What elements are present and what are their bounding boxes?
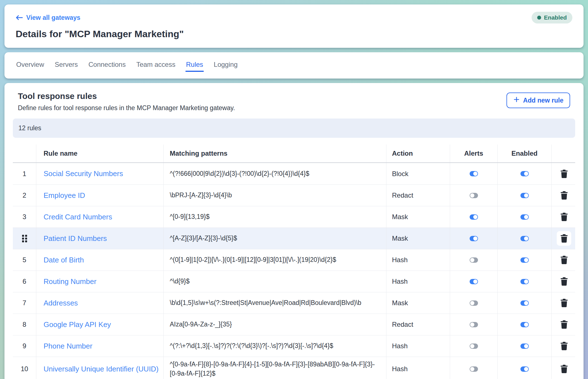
enabled-toggle[interactable] — [520, 366, 529, 372]
trash-icon — [560, 234, 568, 243]
rule-name-link[interactable]: Google Play API Key — [44, 320, 111, 329]
add-new-rule-button[interactable]: Add new rule — [506, 93, 570, 108]
delete-rule-button[interactable] — [557, 274, 571, 289]
tab-team-access[interactable]: Team access — [136, 61, 176, 70]
column-header-index — [13, 145, 36, 162]
delete-rule-button[interactable] — [557, 188, 571, 203]
delete-rule-button[interactable] — [557, 362, 571, 376]
alerts-toggle[interactable] — [470, 344, 478, 349]
column-header-alerts: Alerts — [450, 145, 498, 162]
rule-name-link[interactable]: Universally Unique Identifier (UUID) — [44, 365, 159, 373]
status-badge-label: Enabled — [544, 14, 567, 21]
row-index: 10 — [21, 365, 28, 373]
tab-logging[interactable]: Logging — [213, 61, 238, 70]
rule-pattern: ^(0[1-9]|1[0-2])[\/\-.](0[1-9]|[12][0-9]… — [164, 249, 386, 271]
enabled-toggle[interactable] — [520, 279, 529, 284]
row-index-cell: 2 — [13, 185, 36, 206]
rule-pattern: ^\d{9}$ — [164, 271, 386, 292]
tab-rules[interactable]: Rules — [185, 61, 204, 70]
alerts-toggle[interactable] — [470, 300, 478, 306]
back-link-label: View all gateways — [26, 14, 80, 22]
rule-name-link[interactable]: Routing Number — [44, 277, 96, 286]
row-index-cell: 1 — [13, 163, 36, 184]
tab-overview[interactable]: Overview — [16, 61, 45, 70]
rule-name-link[interactable]: Social Security Numbers — [44, 169, 123, 178]
column-header-matching-patterns: Matching patterns — [164, 145, 386, 162]
delete-rule-button[interactable] — [557, 339, 571, 353]
alerts-toggle[interactable] — [470, 193, 478, 198]
delete-rule-button[interactable] — [557, 231, 571, 246]
row-index-cell: 3 — [13, 206, 36, 228]
enabled-toggle[interactable] — [520, 257, 529, 263]
row-index-cell: 5 — [13, 249, 36, 271]
rule-action: Redact — [386, 185, 450, 206]
enabled-toggle[interactable] — [520, 214, 529, 220]
delete-rule-button[interactable] — [557, 317, 571, 332]
rule-action: Mask — [386, 228, 450, 249]
alerts-toggle[interactable] — [470, 366, 478, 372]
delete-rule-button[interactable] — [557, 167, 571, 181]
back-link[interactable]: View all gateways — [16, 14, 80, 22]
column-header-delete — [552, 145, 576, 162]
trash-icon — [560, 365, 568, 373]
alerts-toggle[interactable] — [470, 236, 478, 241]
trash-icon — [560, 299, 568, 307]
rule-name-link[interactable]: Patient ID Numbers — [44, 234, 107, 243]
table-row: 7 Addresses \b\d{1,5}\s\w+\s(?:Street|St… — [13, 292, 575, 314]
gateway-header-card: View all gateways Enabled Details for "M… — [4, 4, 584, 48]
alerts-toggle[interactable] — [470, 214, 478, 220]
alerts-toggle[interactable] — [470, 322, 478, 327]
trash-icon — [560, 320, 568, 329]
column-header-enabled: Enabled — [498, 145, 552, 162]
rule-name-link[interactable]: Addresses — [44, 299, 78, 307]
rule-name-link[interactable]: Date of Birth — [44, 256, 84, 264]
rule-pattern: \b\d{1,5}\s\w+\s(?:Street|St|Avenue|Ave|… — [164, 292, 386, 314]
enabled-toggle[interactable] — [520, 300, 529, 306]
table-row: 6 Routing Number ^\d{9}$ Hash — [13, 271, 575, 292]
rules-count: 12 rules — [13, 119, 575, 138]
enabled-toggle[interactable] — [520, 322, 529, 327]
alerts-toggle[interactable] — [470, 257, 478, 263]
rule-action: Hash — [386, 335, 450, 357]
column-header-action: Action — [386, 145, 450, 162]
rule-name-link[interactable]: Employee ID — [44, 191, 85, 200]
row-index: 5 — [23, 256, 26, 264]
alerts-toggle[interactable] — [470, 171, 478, 176]
delete-rule-button[interactable] — [557, 210, 571, 224]
left-arrow-icon — [16, 15, 23, 20]
rule-pattern: ^(?:\+?\d{1,3}[-.\s]?)?(?:\(?\d{3}\)?[-.… — [164, 335, 386, 357]
tab-servers[interactable]: Servers — [54, 61, 78, 70]
drag-handle-icon[interactable] — [22, 234, 27, 243]
rule-pattern: ^[0-9]{13,19}$ — [164, 206, 386, 228]
delete-rule-button[interactable] — [557, 296, 571, 310]
rule-pattern: ^(?!666|000|9\d{2})\d{3}-(?!00)\d{2}-(?!… — [164, 163, 386, 184]
rule-name-link[interactable]: Credit Card Numbers — [44, 213, 112, 221]
row-index: 8 — [23, 321, 26, 328]
row-index: 9 — [23, 342, 26, 350]
rule-pattern: AIza[0-9A-Za-z-_]{35} — [164, 314, 386, 335]
column-header-rule-name: Rule name — [36, 145, 164, 162]
rule-action: Mask — [386, 206, 450, 228]
enabled-toggle[interactable] — [520, 236, 529, 241]
enabled-toggle[interactable] — [520, 344, 529, 349]
delete-rule-button[interactable] — [557, 253, 571, 267]
rule-action: Hash — [386, 271, 450, 292]
page-title: Details for "MCP Manager Marketing" — [16, 29, 572, 39]
alerts-toggle[interactable] — [470, 279, 478, 284]
tab-connections[interactable]: Connections — [88, 61, 126, 70]
trash-icon — [560, 256, 568, 264]
section-title: Tool response rules — [18, 91, 235, 101]
row-index-cell: 9 — [13, 335, 36, 357]
enabled-toggle[interactable] — [520, 193, 529, 198]
rule-name-link[interactable]: Phone Number — [44, 342, 92, 350]
table-row: 4 Patient ID Numbers ^[A-Z]{3}/[A-Z]{3}-… — [13, 228, 575, 249]
trash-icon — [560, 342, 568, 350]
enabled-toggle[interactable] — [520, 171, 529, 176]
table-body: 1 Social Security Numbers ^(?!666|000|9\… — [13, 163, 575, 379]
row-index-cell: 7 — [13, 292, 36, 314]
rule-pattern: ^[0-9a-fA-F]{8}-[0-9a-fA-F]{4}-[1-5][0-9… — [164, 357, 386, 379]
rules-table: Rule name Matching patterns Action Alert… — [13, 145, 575, 379]
rule-action: Block — [386, 163, 450, 184]
rule-action: Hash — [386, 357, 450, 379]
table-row: 10 Universally Unique Identifier (UUID) … — [13, 357, 575, 379]
